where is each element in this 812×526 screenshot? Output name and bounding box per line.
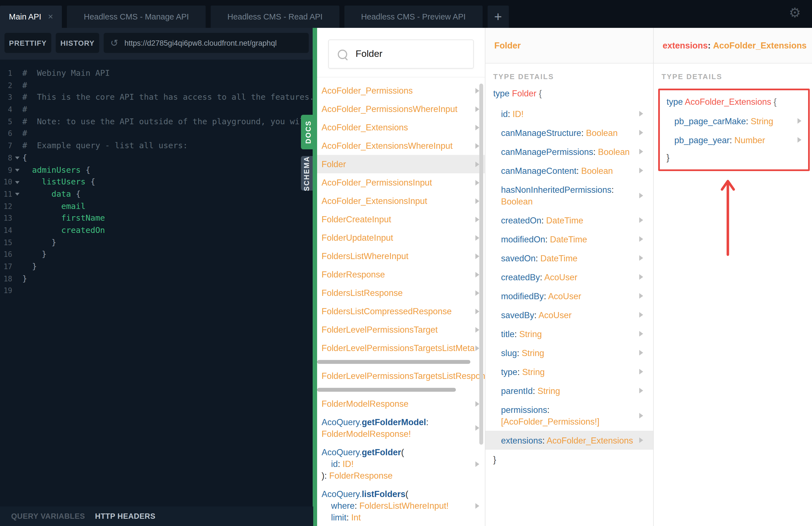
code-text: # This is the core API that has access t… xyxy=(22,92,313,104)
field-row-pb-page-year[interactable]: pb_page_year: Number xyxy=(667,130,803,149)
code-line: 4# xyxy=(0,104,313,116)
docs-search-box[interactable] xyxy=(328,40,474,69)
docs-list-item[interactable]: FolderResponse xyxy=(322,265,485,283)
field-row-canmanagecontent[interactable]: canManageContent: Boolean xyxy=(493,161,646,180)
docs-item-text: AcoQuery.getFolderModel:FolderModelRespo… xyxy=(322,416,475,440)
close-tab-icon[interactable]: × xyxy=(48,12,53,21)
code-line: 5# Note: to use the API outside of the p… xyxy=(0,116,313,128)
field-row-savedby[interactable]: savedBy: AcoUser xyxy=(493,305,646,324)
docs-list-item[interactable]: FolderLevelPermissionsTargetsListRespons… xyxy=(322,367,485,385)
field-row-savedon[interactable]: savedOn: DateTime xyxy=(493,249,646,267)
panel-title-field: extensions xyxy=(663,40,708,50)
close-brace: } xyxy=(667,153,803,163)
tab-headless-cms-preview-api[interactable]: Headless CMS - Preview API xyxy=(344,5,483,28)
docs-list-item[interactable]: FoldersListWhereInput xyxy=(322,247,485,265)
docs-list-item[interactable]: FolderCreateInput xyxy=(322,210,485,229)
field-row-title[interactable]: title: String xyxy=(493,324,646,343)
add-tab-button[interactable]: + xyxy=(487,5,509,28)
fold-caret-icon[interactable] xyxy=(12,193,22,195)
field-text: hasNonInheritedPermissions: Boolean xyxy=(501,184,639,207)
field-row-createdby[interactable]: createdBy: AcoUser xyxy=(493,267,646,287)
chevron-right-icon xyxy=(639,293,643,299)
chevron-right-icon xyxy=(798,137,801,143)
field-row-pb-page-carmake[interactable]: pb_page_carMake: String xyxy=(667,112,803,130)
line-number: 14 xyxy=(0,224,12,236)
docs-list-item[interactable]: Folder xyxy=(317,155,485,173)
vertical-scrollbar[interactable] xyxy=(479,84,483,445)
extensions-type-body: TYPE DETAILS type AcoFolder_Extensions {… xyxy=(654,63,812,180)
query-variables-tab[interactable]: QUERY VARIABLES xyxy=(11,512,85,521)
docs-list-item[interactable]: AcoQuery.listFolders(where: FoldersListW… xyxy=(322,485,485,526)
docs-list-item[interactable]: AcoFolder_ExtensionsWhereInput xyxy=(322,136,485,155)
docs-list-item[interactable]: AcoFolder_Permissions xyxy=(322,81,485,100)
field-row-canmanagepermissions[interactable]: canManagePermissions: Boolean xyxy=(493,142,646,161)
tab-main-api[interactable]: Main API× xyxy=(0,5,62,28)
chevron-right-icon xyxy=(475,345,479,351)
tab-headless-cms-read-api[interactable]: Headless CMS - Read API xyxy=(211,5,339,28)
docs-list-item[interactable]: FolderLevelPermissionsTarget xyxy=(322,320,485,339)
docs-list-item[interactable]: AcoQuery.getFolderModel:FolderModelRespo… xyxy=(322,413,485,443)
code-text: } xyxy=(22,273,27,285)
field-row-permissions[interactable]: permissions: [AcoFolder_Permissions!] xyxy=(493,400,646,431)
field-row-slug[interactable]: slug: String xyxy=(493,343,646,362)
field-row-parentid[interactable]: parentId: String xyxy=(493,381,646,400)
reload-schema-icon[interactable]: ↺ xyxy=(110,38,118,48)
code-text: } xyxy=(22,261,37,273)
extensions-fields-list: pb_page_carMake: Stringpb_page_year: Num… xyxy=(667,112,803,149)
docs-item-text: AcoQuery.getFolder(id: ID!): FolderRespo… xyxy=(322,446,475,481)
fold-caret-icon[interactable] xyxy=(12,169,22,172)
endpoint-url-bar[interactable]: ↺ xyxy=(104,33,309,53)
query-editor[interactable]: 1# Webiny Main API2#3# This is the core … xyxy=(0,60,313,507)
docs-list-item[interactable]: FoldersListCompressedResponse xyxy=(322,302,485,320)
field-row-modifiedby[interactable]: modifiedBy: AcoUser xyxy=(493,287,646,305)
docs-list-item[interactable]: AcoQuery.getFolder(id: ID!): FolderRespo… xyxy=(322,443,485,485)
horizontal-scrollbar[interactable] xyxy=(317,388,456,392)
history-button[interactable]: HISTORY xyxy=(56,33,99,53)
schema-side-tab[interactable]: SCHEMA xyxy=(301,156,313,191)
docs-list-item[interactable]: FolderModelResponse xyxy=(322,394,485,413)
line-number: 13 xyxy=(0,213,12,224)
http-headers-tab[interactable]: HTTP HEADERS xyxy=(95,512,156,521)
horizontal-scrollbar[interactable] xyxy=(317,360,470,364)
docs-list-item[interactable]: FoldersListResponse xyxy=(322,283,485,302)
field-row-modifiedon[interactable]: modifiedOn: DateTime xyxy=(493,230,646,249)
chevron-right-icon xyxy=(639,255,643,261)
code-line: 7# Example query - list all users: xyxy=(0,140,313,152)
fold-caret-icon[interactable] xyxy=(12,157,22,159)
docs-list-item[interactable]: AcoFolder_PermissionsInput xyxy=(322,173,485,192)
docs-item-text: FolderLevelPermissionsTarget xyxy=(322,324,475,335)
panel-divider[interactable] xyxy=(313,28,317,526)
field-text: pb_page_carMake: String xyxy=(675,115,798,127)
field-row-createdon[interactable]: createdOn: DateTime xyxy=(493,210,646,230)
docs-explorer-panel: AcoFolder_PermissionsAcoFolder_Permissio… xyxy=(317,28,485,526)
docs-side-tab[interactable]: DOCS xyxy=(301,115,316,149)
field-row-extensions[interactable]: extensions: AcoFolder_Extensions xyxy=(485,431,653,450)
field-text: permissions: [AcoFolder_Permissions!] xyxy=(501,404,639,427)
docs-list-item[interactable]: FolderUpdateInput xyxy=(322,229,485,247)
code-line: 12 email xyxy=(0,200,313,212)
code-text: # xyxy=(22,104,27,116)
field-row-id[interactable]: id: ID! xyxy=(493,104,646,123)
fold-caret-icon[interactable] xyxy=(12,181,22,184)
code-text: } xyxy=(22,236,56,249)
prettify-button[interactable]: PRETTIFY xyxy=(4,33,51,53)
docs-list-item[interactable]: AcoFolder_Extensions xyxy=(322,118,485,136)
search-icon xyxy=(338,49,347,59)
chevron-right-icon xyxy=(475,461,479,467)
docs-list-item[interactable]: FolderLevelPermissionsTargetsListMeta xyxy=(322,339,485,357)
tab-headless-cms-manage-api[interactable]: Headless CMS - Manage API xyxy=(67,5,206,28)
code-text: { xyxy=(22,152,27,164)
tab-label: Headless CMS - Manage API xyxy=(84,12,189,21)
field-row-type[interactable]: type: String xyxy=(493,362,646,381)
docs-list-item[interactable]: AcoFolder_ExtensionsInput xyxy=(322,192,485,210)
docs-list-item[interactable]: AcoFolder_PermissionsWhereInput xyxy=(322,100,485,118)
line-number: 7 xyxy=(0,140,12,152)
endpoint-url-input[interactable] xyxy=(124,38,302,48)
search-input[interactable] xyxy=(354,48,464,60)
field-row-canmanagestructure[interactable]: canManageStructure: Boolean xyxy=(493,123,646,142)
chevron-right-icon xyxy=(639,149,643,154)
field-row-hasnoninheritedpermissions[interactable]: hasNonInheritedPermissions: Boolean xyxy=(493,180,646,210)
settings-gear-icon[interactable]: ⚙ xyxy=(789,6,801,19)
type-signature: type Folder { xyxy=(493,89,646,99)
tabs-container: Main API×Headless CMS - Manage APIHeadle… xyxy=(0,5,509,28)
